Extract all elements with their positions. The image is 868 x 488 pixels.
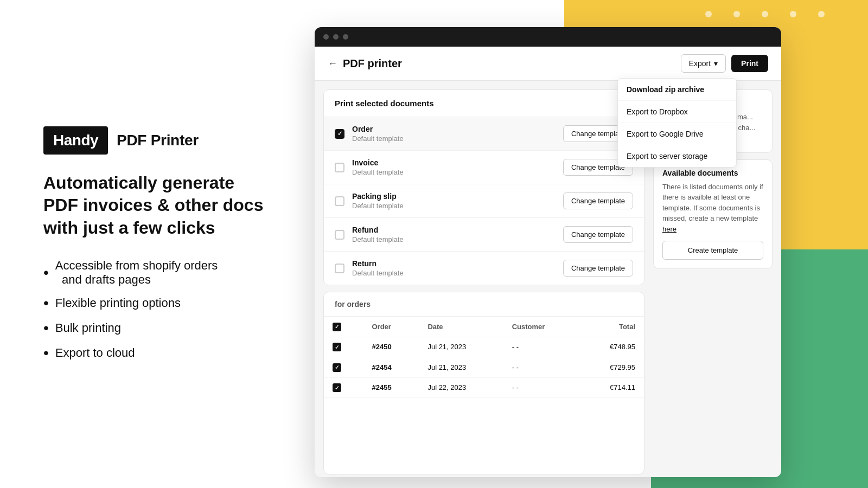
- table-row: #2455 Jul 22, 2023 - - €714.11: [324, 377, 644, 398]
- doc-row-return: Return Default template Change template: [324, 252, 644, 285]
- order-customer-2450: - -: [503, 337, 579, 357]
- packing-slip-name: Packing slip: [352, 192, 563, 201]
- col-header-order: Order: [363, 317, 419, 337]
- deco-dot-5: [818, 11, 825, 17]
- bullet-1: Accessible from shopify orders and draft…: [43, 259, 277, 287]
- doc-row-order: Order Default template Change template: [324, 117, 644, 151]
- logo-brand: Handy: [43, 126, 108, 155]
- documents-card: Print selected documents Order Default t…: [323, 89, 644, 285]
- row-checkbox-2454[interactable]: [333, 363, 341, 372]
- refund-info: Refund Default template: [352, 226, 563, 243]
- dropdown-item-gdrive[interactable]: Export to Google Drive: [618, 123, 736, 145]
- browser-titlebar: [315, 27, 781, 47]
- create-template-button[interactable]: Create template: [662, 241, 763, 260]
- back-button[interactable]: ←: [328, 58, 337, 69]
- browser-window: ← PDF printer Export ▾ Print Download zi…: [315, 27, 781, 477]
- col-header-date: Date: [419, 317, 503, 337]
- bullet-2: Flexible printing options: [43, 294, 277, 312]
- logo-product: PDF Printer: [117, 132, 199, 149]
- order-total-2454: €729.95: [579, 357, 644, 378]
- table-row: #2454 Jul 21, 2023 - - €729.95: [324, 357, 644, 378]
- row-checkbox-2450[interactable]: [333, 343, 341, 351]
- packing-slip-template: Default template: [352, 202, 563, 210]
- return-change-template-button[interactable]: Change template: [563, 260, 633, 277]
- packing-slip-info: Packing slip Default template: [352, 192, 563, 210]
- decorative-dots: [705, 11, 825, 17]
- right-panel: ← PDF printer Export ▾ Print Download zi…: [309, 0, 868, 488]
- order-name: Order: [352, 125, 563, 133]
- app-header: ← PDF printer Export ▾ Print Download zi…: [315, 47, 781, 81]
- return-checkbox[interactable]: [335, 264, 344, 273]
- order-number-2450: #2450: [363, 337, 419, 357]
- left-panel: Handy PDF Printer Automatically generate…: [0, 0, 309, 488]
- headline: Automatically generatePDF invoices & oth…: [43, 172, 277, 240]
- documents-card-header: Print selected documents: [324, 90, 644, 117]
- export-button[interactable]: Export ▾: [681, 54, 726, 73]
- order-customer-2455: - -: [503, 377, 579, 398]
- feature-list: Accessible from shopify orders and draft…: [43, 259, 277, 362]
- page-title: PDF printer: [343, 57, 402, 70]
- deco-dot-2: [733, 11, 740, 17]
- col-header-checkbox: [324, 317, 363, 337]
- order-info: Order Default template: [352, 125, 563, 143]
- order-number-2455: #2455: [363, 377, 419, 398]
- browser-dot-1: [323, 34, 329, 40]
- table-row: #2450 Jul 21, 2023 - - €748.95: [324, 337, 644, 357]
- print-button[interactable]: Print: [731, 55, 768, 72]
- refund-template: Default template: [352, 235, 563, 243]
- order-date-2450: Jul 21, 2023: [419, 337, 503, 357]
- chevron-down-icon: ▾: [714, 59, 718, 68]
- deco-dot-4: [790, 11, 796, 17]
- dropdown-item-dropbox[interactable]: Export to Dropbox: [618, 101, 736, 123]
- deco-dot-1: [705, 11, 712, 17]
- header-left: ← PDF printer: [328, 57, 402, 70]
- col-header-total: Total: [579, 317, 644, 337]
- refund-checkbox[interactable]: [335, 230, 344, 240]
- order-customer-2454: - -: [503, 357, 579, 378]
- here-link[interactable]: here: [662, 225, 676, 233]
- return-info: Return Default template: [352, 259, 563, 277]
- return-name: Return: [352, 259, 563, 268]
- orders-card: for orders Order Date Customer Total: [323, 292, 644, 474]
- invoice-info: Invoice Default template: [352, 158, 563, 176]
- return-template: Default template: [352, 269, 563, 277]
- browser-dot-3: [343, 34, 348, 40]
- available-docs-title: Available documents: [662, 169, 763, 177]
- packing-slip-checkbox[interactable]: [335, 196, 344, 206]
- order-template: Default template: [352, 134, 563, 143]
- export-label: Export: [689, 59, 711, 68]
- dropdown-item-zip[interactable]: Download zip archive: [618, 79, 736, 101]
- header-actions: Export ▾ Print Download zip archive Expo…: [681, 54, 768, 73]
- invoice-checkbox[interactable]: [335, 163, 344, 172]
- order-total-2450: €748.95: [579, 337, 644, 357]
- doc-row-packing-slip: Packing slip Default template Change tem…: [324, 184, 644, 218]
- available-docs-description: There is listed documents only if there …: [662, 182, 763, 235]
- export-dropdown: Download zip archive Export to Dropbox E…: [617, 78, 737, 168]
- row-checkbox-cell: [324, 337, 363, 357]
- orders-table: Order Date Customer Total #: [324, 317, 644, 398]
- invoice-name: Invoice: [352, 158, 563, 167]
- bullet-4: Export to cloud: [43, 344, 277, 362]
- doc-row-invoice: Invoice Default template Change template: [324, 151, 644, 184]
- row-checkbox-2455[interactable]: [333, 383, 341, 392]
- order-total-2455: €714.11: [579, 377, 644, 398]
- deco-dot-3: [762, 11, 768, 17]
- order-checkbox[interactable]: [335, 129, 344, 139]
- doc-row-refund: Refund Default template Change template: [324, 218, 644, 252]
- select-all-checkbox[interactable]: [333, 323, 341, 331]
- browser-dot-2: [333, 34, 339, 40]
- refund-change-template-button[interactable]: Change template: [563, 226, 633, 243]
- row-checkbox-cell: [324, 377, 363, 398]
- order-date-2455: Jul 22, 2023: [419, 377, 503, 398]
- main-content: Print selected documents Order Default t…: [323, 89, 644, 474]
- packing-slip-change-template-button[interactable]: Change template: [563, 192, 633, 209]
- order-number-2454: #2454: [363, 357, 419, 378]
- available-docs-card: Available documents There is listed docu…: [653, 159, 773, 269]
- invoice-template: Default template: [352, 168, 563, 176]
- bullet-3: Bulk printing: [43, 319, 277, 337]
- row-checkbox-cell: [324, 357, 363, 378]
- orders-section-header: for orders: [324, 292, 644, 317]
- refund-name: Refund: [352, 226, 563, 234]
- dropdown-item-server[interactable]: Export to server storage: [618, 145, 736, 167]
- logo-container: Handy PDF Printer: [43, 126, 277, 155]
